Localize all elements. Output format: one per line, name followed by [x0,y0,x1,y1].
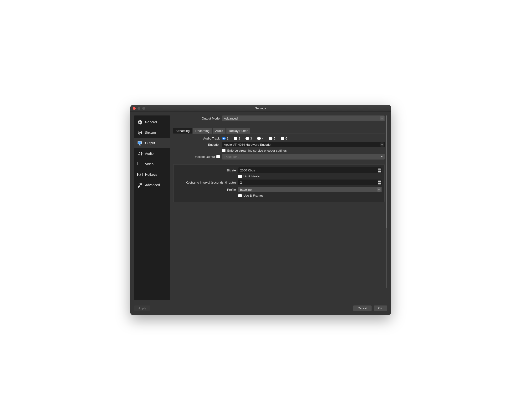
rescale-checkbox[interactable] [216,155,220,158]
settings-window: Settings General Stream Output Audio Vi [130,105,391,315]
audio-track-label: Audio Track [173,137,222,140]
output-mode-row: Output Mode Advanced [173,115,385,121]
sidebar-item-label: Stream [145,131,156,135]
enforce-row: Enforce streaming service encoder settin… [173,149,385,152]
sidebar-item-label: Advanced [145,183,160,187]
speaker-icon [137,151,143,157]
enforce-checkbox[interactable] [222,149,226,152]
traffic-lights [133,107,145,110]
limit-bitrate-checkbox[interactable] [238,175,242,178]
output-icon [137,140,143,146]
encoder-row: Encoder Apple VT H264 Hardware Encoder [173,142,385,147]
sidebar-item-hotkeys[interactable]: Hotkeys [134,169,170,180]
broadcast-icon [137,130,143,135]
chevron-down-icon [381,156,383,158]
encoder-value: Apple VT H264 Hardware Encoder [224,143,272,146]
keyframe-label: Keyframe Interval (seconds, 0=auto) [176,181,238,184]
body: General Stream Output Audio Video Hotkey… [130,112,391,304]
sidebar-item-stream[interactable]: Stream [134,128,170,138]
bitrate-input[interactable]: 2500 Kbps [238,167,381,173]
sidebar: General Stream Output Audio Video Hotkey… [134,115,170,300]
enforce-label: Enforce streaming service encoder settin… [227,149,287,152]
sidebar-item-label: General [145,120,157,124]
bframes-row: Use B-Frames [176,194,381,197]
tools-icon [137,182,143,188]
rescale-placeholder: 1680x1050 [224,155,239,158]
zoom-window-button[interactable] [142,107,145,110]
spinner-arrows[interactable] [378,180,381,185]
sidebar-item-general[interactable]: General [134,117,170,128]
tab-recording[interactable]: Recording [193,128,212,134]
sidebar-item-label: Output [145,141,155,145]
window-title: Settings [255,106,266,110]
audio-track-2[interactable]: 2 [234,137,240,140]
sidebar-item-label: Hotkeys [145,172,157,176]
bframes-checkbox[interactable] [238,194,242,197]
updown-icon [377,188,381,192]
audio-track-5[interactable]: 5 [269,137,275,140]
sidebar-item-label: Audio [145,152,154,156]
profile-row: Profile baseline [176,187,381,192]
rescale-row: Rescale Output 1680x1050 [173,154,385,159]
spinner-arrows[interactable] [378,168,381,172]
main-panel: Output Mode Advanced Streaming Recording… [173,115,387,300]
cancel-button[interactable]: Cancel [353,306,371,311]
encoder-select[interactable]: Apple VT H264 Hardware Encoder [222,142,385,147]
titlebar: Settings [130,105,391,112]
minimize-window-button[interactable] [138,107,140,110]
keyframe-row: Keyframe Interval (seconds, 0=auto) 2 [176,180,381,185]
output-mode-value: Advanced [224,117,238,120]
rescale-select[interactable]: 1680x1050 [222,154,385,159]
sidebar-item-video[interactable]: Video [134,159,170,169]
scrollbar[interactable] [386,115,387,288]
audio-track-1[interactable]: 1 [222,137,229,140]
audio-track-row: Audio Track 1 2 3 4 5 6 [173,137,385,140]
sidebar-item-advanced[interactable]: Advanced [134,180,170,190]
keyframe-input[interactable]: 2 [238,180,381,185]
audio-track-6[interactable]: 6 [281,137,287,140]
sidebar-item-audio[interactable]: Audio [134,148,170,159]
monitor-icon [137,161,143,167]
tabs-divider [173,134,385,134]
audio-track-radios: 1 2 3 4 5 6 [222,137,385,140]
enforce-check-row: Enforce streaming service encoder settin… [222,149,385,152]
output-mode-label: Output Mode [173,117,222,120]
encoder-label: Encoder [173,143,222,146]
updown-icon [380,142,384,147]
encoder-settings-group: Bitrate 2500 Kbps Limit bitrate Keyframe… [173,164,385,202]
bitrate-value: 2500 Kbps [240,169,255,172]
footer: Apply Cancel OK [130,304,391,315]
keyboard-icon [137,172,143,177]
keyframe-value: 2 [240,181,242,184]
profile-label: Profile [176,188,238,191]
limit-bitrate-label: Limit bitrate [244,174,260,178]
sidebar-item-output[interactable]: Output [134,138,170,148]
bitrate-row: Bitrate 2500 Kbps [176,167,381,173]
limit-bitrate-row: Limit bitrate [176,174,381,178]
tab-audio[interactable]: Audio [213,128,226,134]
audio-track-4[interactable]: 4 [257,137,264,140]
updown-icon [380,116,384,120]
sidebar-item-label: Video [145,162,154,166]
close-window-button[interactable] [133,107,136,110]
output-mode-select[interactable]: Advanced [222,115,385,121]
gear-icon [137,119,143,125]
bframes-label: Use B-Frames [244,194,264,197]
audio-track-3[interactable]: 3 [246,137,252,140]
output-tabs: Streaming Recording Audio Replay Buffer [173,128,385,134]
rescale-label: Rescale Output [194,155,215,158]
profile-select[interactable]: baseline [238,187,381,192]
tab-streaming[interactable]: Streaming [173,128,192,134]
bitrate-label: Bitrate [176,169,238,172]
ok-button[interactable]: OK [374,306,387,311]
tab-replay-buffer[interactable]: Replay Buffer [226,128,250,134]
profile-value: baseline [240,188,252,191]
apply-button: Apply [134,306,151,311]
